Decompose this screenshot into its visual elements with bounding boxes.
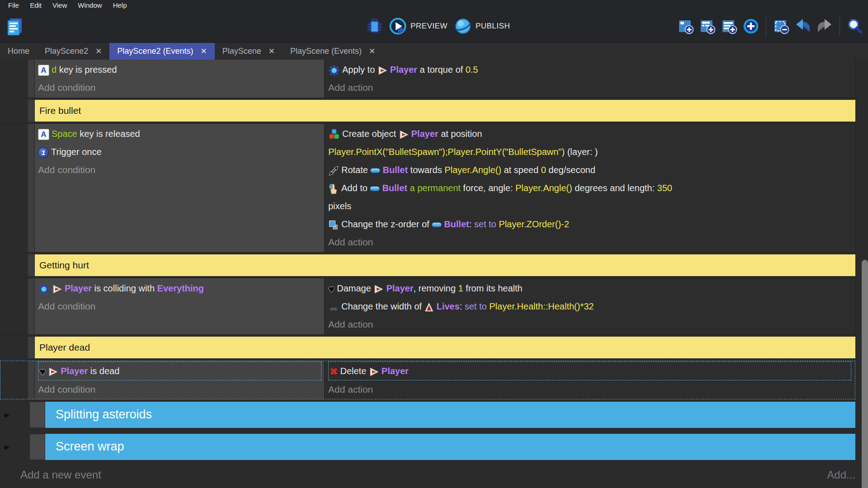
undo-button[interactable] <box>794 18 811 35</box>
tab-playscene-events[interactable]: PlayScene (Events)✕ <box>283 43 383 60</box>
group-collapse-arrow-icon[interactable]: ▶ <box>5 411 9 418</box>
add-comment-icon <box>721 18 738 35</box>
tab-close-icon[interactable]: ✕ <box>200 47 207 56</box>
text-segment: pixels <box>328 201 351 211</box>
add-condition-button[interactable]: Add condition <box>38 297 321 315</box>
player-object-icon <box>399 130 409 140</box>
group-drag-handle[interactable] <box>29 434 45 460</box>
action-instruction[interactable]: Apply to Player a torque of 0.5 <box>328 61 851 79</box>
event-drag-handle[interactable] <box>28 254 35 276</box>
add-action-button[interactable]: Add action <box>328 79 851 97</box>
text-segment: Player.Health::Health()*32 <box>489 301 594 311</box>
heart-icon: ♥ <box>328 283 335 296</box>
comment-event[interactable]: Fire bullet <box>35 100 855 122</box>
text-segment: a torque of <box>417 65 466 75</box>
text-segment: from its health <box>463 283 523 293</box>
add-action-button[interactable]: Add action <box>328 380 851 399</box>
text-segment: (layer: ) <box>565 147 598 157</box>
action-instruction[interactable]: Rotate Bullet towards Player.Angle() at … <box>328 161 851 179</box>
action-instruction[interactable]: ↔Change the width of Lives: set to Playe… <box>328 297 851 315</box>
text-segment: Player.ZOrder()-2 <box>499 219 569 229</box>
search-button[interactable] <box>846 18 863 35</box>
tab-close-icon[interactable]: ✕ <box>269 47 275 56</box>
conditions-cell: Ad key is pressedAdd condition <box>35 60 325 98</box>
comment-event[interactable]: Getting hurt <box>35 254 855 276</box>
project-manager-icon <box>5 16 26 37</box>
text-segment: Delete <box>340 366 368 376</box>
menu-item-help[interactable]: Help <box>108 1 132 9</box>
publish-globe-icon <box>454 17 472 35</box>
action-instruction[interactable]: Change the z-order of Bullet: set to Pla… <box>328 215 851 233</box>
menu-bar: FileEditViewWindowHelp <box>0 0 868 10</box>
bullet-object-icon <box>370 168 380 173</box>
group-event[interactable]: Screen wrap <box>45 434 855 460</box>
add-action-button[interactable]: Add action <box>328 233 851 251</box>
bullet-object-icon <box>432 222 442 227</box>
event-drag-handle[interactable] <box>28 337 35 358</box>
text-segment: Damage <box>337 283 373 293</box>
preview-button[interactable]: PREVIEW <box>389 17 448 35</box>
tab-close-icon[interactable]: ✕ <box>95 47 102 56</box>
add-condition-button[interactable]: Add condition <box>38 161 321 179</box>
add-action-button[interactable]: Add action <box>328 315 851 333</box>
text-segment: Player.Angle() <box>444 165 501 175</box>
tab-bar: HomePlayScene2✕PlayScene2 (Events)✕PlayS… <box>0 43 868 60</box>
action-instruction[interactable]: ♥Damage Player, removing 1 from its heal… <box>328 279 851 297</box>
extract-event-button[interactable] <box>773 18 790 35</box>
add-condition-button[interactable]: Add condition <box>38 380 321 399</box>
tab-home[interactable]: Home <box>0 43 37 60</box>
group-collapse-arrow-icon[interactable]: ▶ <box>5 443 9 450</box>
event-drag-handle[interactable] <box>28 124 35 252</box>
menu-item-file[interactable]: File <box>3 1 24 9</box>
publish-button[interactable]: PUBLISH <box>454 17 510 35</box>
project-manager-button[interactable] <box>5 16 26 37</box>
tab-playscene[interactable]: PlayScene✕ <box>215 43 283 60</box>
text-segment: Lives <box>436 301 459 311</box>
menu-item-edit[interactable]: Edit <box>24 1 47 9</box>
preview-play-icon <box>389 17 407 35</box>
event-drag-handle[interactable] <box>28 60 35 98</box>
tab-playscene2[interactable]: PlayScene2✕ <box>37 43 109 60</box>
action-instruction[interactable]: Create object Player at position Player.… <box>328 125 851 161</box>
condition-instruction[interactable]: ♥Player is dead <box>38 361 321 380</box>
tab-playscene2-events[interactable]: PlayScene2 (Events)✕ <box>109 43 214 60</box>
event-drag-handle[interactable] <box>28 361 35 399</box>
condition-instruction[interactable]: ASpace key is released <box>38 125 321 143</box>
create-object-icon <box>328 129 340 140</box>
player-object-icon <box>369 367 379 377</box>
group-event[interactable]: Splitting asteroids <box>45 402 855 428</box>
menu-item-view[interactable]: View <box>47 1 72 9</box>
action-instruction[interactable]: Add to Bullet a permanent force, angle: … <box>328 179 851 215</box>
player-object-icon <box>52 284 62 294</box>
debug-button[interactable] <box>366 18 382 35</box>
event-row: ASpace key is released1Trigger onceAdd c… <box>0 124 855 252</box>
comment-event[interactable]: Player dead <box>35 337 855 358</box>
trigger-once-icon: 1 <box>38 147 49 158</box>
heart-icon: ♥ <box>39 366 46 378</box>
condition-instruction[interactable]: Ad key is pressed <box>38 61 321 79</box>
text-segment: force, angle: <box>461 183 515 193</box>
add-more-button[interactable]: Add... <box>827 469 855 481</box>
scrollbar-thumb[interactable] <box>862 260 868 488</box>
redo-button[interactable] <box>816 18 833 35</box>
add-condition-button[interactable]: Add condition <box>38 79 321 97</box>
condition-instruction[interactable]: 1Trigger once <box>38 143 321 161</box>
add-circle-button[interactable] <box>742 18 760 35</box>
action-instruction[interactable]: ✖Delete Player <box>328 361 851 380</box>
add-event-button[interactable] <box>677 18 694 35</box>
condition-instruction[interactable]: Player is colliding with Everything <box>38 279 321 297</box>
keyboard-key-icon: A <box>38 65 49 76</box>
add-subevent-button[interactable] <box>699 18 716 35</box>
add-new-event-button[interactable]: Add a new event <box>20 469 101 481</box>
event-drag-handle[interactable] <box>28 278 35 334</box>
event-row-selected: ♥Player is deadAdd condition✖Delete Play… <box>0 361 855 399</box>
group-drag-handle[interactable] <box>29 402 45 428</box>
text-segment: Create object <box>342 129 399 139</box>
menu-item-window[interactable]: Window <box>72 1 107 9</box>
tab-close-icon[interactable]: ✕ <box>369 47 375 56</box>
event-drag-handle[interactable] <box>28 100 35 122</box>
bullet-object-icon <box>370 186 380 191</box>
add-comment-button[interactable] <box>721 18 738 35</box>
player-object-icon <box>48 367 58 377</box>
text-segment: a permanent <box>410 183 461 193</box>
